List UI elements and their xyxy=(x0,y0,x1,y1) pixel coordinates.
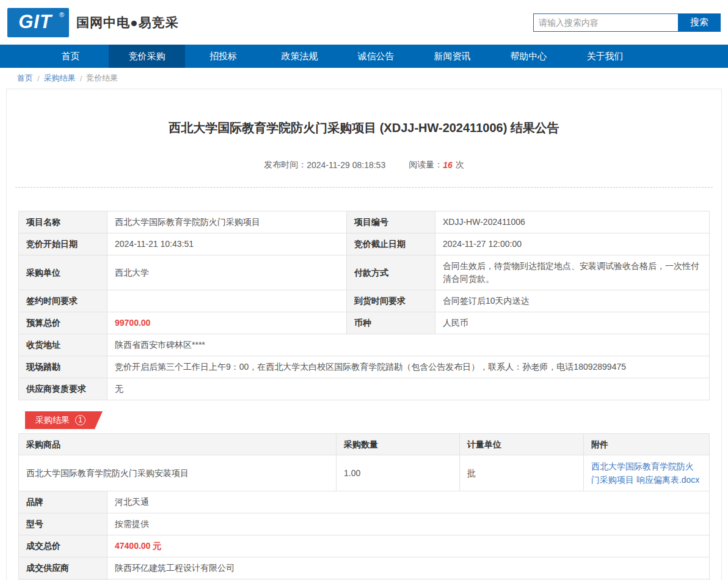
table-row: 现场踏勘 竞价开启后第三个工作日上午9：00，在西北大学太白校区国际教育学院踏勘… xyxy=(19,356,710,378)
info-label: 竞价截止日期 xyxy=(347,233,435,255)
info-label: 竞价开始日期 xyxy=(19,233,107,255)
column-header-attachment: 附件 xyxy=(584,434,710,455)
nav-item-integrity-notice[interactable]: 诚信公告 xyxy=(338,45,414,68)
detail-label: 型号 xyxy=(19,513,107,535)
column-header-product: 采购商品 xyxy=(19,434,337,455)
table-row: 项目名称 西北大学国际教育学院防火门采购项目 项目编号 XDJJ-HW-2024… xyxy=(19,211,710,233)
info-label: 现场踏勘 xyxy=(19,356,107,378)
info-value: 陕西省西安市碑林区**** xyxy=(107,334,710,356)
breadcrumb-purchase-results[interactable]: 采购结果 xyxy=(44,73,76,84)
info-label: 付款方式 xyxy=(347,255,435,290)
info-value: 西北大学国际教育学院防火门采购项目 xyxy=(107,211,347,233)
column-header-unit: 计量单位 xyxy=(460,434,584,455)
table-header-row: 采购商品 采购数量 计量单位 附件 xyxy=(19,434,710,455)
article-meta: 发布时间： 2024-11-29 08:18:53 阅读量： 16 次 xyxy=(7,160,721,171)
attachment-cell: 西北大学国际教育学院防火门采购项目 响应偏离表.docx xyxy=(584,455,710,491)
views-label: 阅读量： xyxy=(409,160,443,171)
publish-time-group: 发布时间： 2024-11-29 08:18:53 xyxy=(264,160,385,171)
registered-mark-icon: ® xyxy=(59,11,64,18)
budget-total-price: 99700.00 xyxy=(107,312,347,334)
product-unit: 批 xyxy=(460,455,584,491)
table-row: 竞价开始日期 2024-11-21 10:43:51 竞价截止日期 2024-1… xyxy=(19,233,710,255)
info-value: 合同生效后，待货物到达指定地点、安装调试验收合格后，一次性付清合同货款。 xyxy=(435,255,710,290)
info-label: 收货地址 xyxy=(19,334,107,356)
nav-item-policies[interactable]: 政策法规 xyxy=(261,45,338,68)
attachment-link[interactable]: 西北大学国际教育学院防火门采购项目 响应偏离表.docx xyxy=(591,461,699,485)
brand-value: 河北天通 xyxy=(107,491,710,513)
site-header: GIT ® 国网中电●易竞采 搜索 xyxy=(0,0,728,45)
info-label: 供应商资质要求 xyxy=(19,378,107,400)
info-label: 项目名称 xyxy=(19,211,107,233)
project-info-table: 项目名称 西北大学国际教育学院防火门采购项目 项目编号 XDJJ-HW-2024… xyxy=(18,211,710,400)
table-row: 成交总价 47400.00 元 xyxy=(19,535,710,557)
info-label: 到货时间要求 xyxy=(347,290,435,312)
info-label: 签约时间要求 xyxy=(19,290,107,312)
dashed-divider xyxy=(15,187,713,188)
info-value: 西北大学 xyxy=(107,255,347,290)
breadcrumb-separator: / xyxy=(37,74,40,83)
table-row: 型号 按需提供 xyxy=(19,513,710,535)
info-value: 无 xyxy=(107,378,710,400)
nav-item-about-us[interactable]: 关于我们 xyxy=(567,45,643,68)
views-group: 阅读量： 16 次 xyxy=(409,160,464,171)
nav-item-help-center[interactable]: 帮助中心 xyxy=(490,45,567,68)
purchase-result-badge-label: 采购结果 xyxy=(35,415,70,426)
info-value: 2024-11-27 12:00:00 xyxy=(435,233,710,255)
info-value: 2024-11-21 10:43:51 xyxy=(107,233,347,255)
breadcrumb-separator: / xyxy=(80,74,82,83)
table-row: 预算总价 99700.00 币种 人民币 xyxy=(19,312,710,334)
publish-time-label: 发布时间： xyxy=(264,160,307,171)
detail-label: 成交供应商 xyxy=(19,557,107,579)
table-row: 品牌 河北天通 xyxy=(19,491,710,513)
table-row: 西北大学国际教育学院防火门采购安装项目 1.00 批 西北大学国际教育学院防火门… xyxy=(19,455,710,491)
result-details-table: 品牌 河北天通 型号 按需提供 成交总价 47400.00 元 成交供应商 陕西… xyxy=(18,491,710,580)
info-label: 预算总价 xyxy=(19,312,107,334)
search-input[interactable] xyxy=(533,13,678,32)
publish-time-value: 2024-11-29 08:18:53 xyxy=(307,160,385,170)
views-count: 16 xyxy=(443,160,453,170)
logo-text: GIT xyxy=(18,8,58,36)
info-label: 项目编号 xyxy=(347,211,435,233)
info-label: 币种 xyxy=(347,312,435,334)
product-quantity: 1.00 xyxy=(337,455,460,491)
detail-label: 品牌 xyxy=(19,491,107,513)
nav-item-news[interactable]: 新闻资讯 xyxy=(414,45,490,68)
info-value xyxy=(107,290,347,312)
search-button[interactable]: 搜索 xyxy=(678,13,721,32)
page-title: 西北大学国际教育学院防火门采购项目 (XDJJ-HW-202411006) 结果… xyxy=(7,89,721,136)
site-name: 国网中电●易竞采 xyxy=(76,14,179,31)
search-area: 搜索 xyxy=(533,13,721,32)
table-row: 签约时间要求 到货时间要求 合同签订后10天内送达 xyxy=(19,290,710,312)
info-value: 竞价开启后第三个工作日上午9：00，在西北大学太白校区国际教育学院踏勘（包含公告… xyxy=(107,356,710,378)
model-value: 按需提供 xyxy=(107,513,710,535)
result-count-badge: 1 xyxy=(75,415,86,425)
nav-item-tender[interactable]: 招投标 xyxy=(185,45,261,68)
breadcrumb-current: 竞价结果 xyxy=(86,73,118,84)
table-row: 成交供应商 陕西环亿建筑工程设计有限公司 xyxy=(19,557,710,579)
views-unit: 次 xyxy=(456,160,464,171)
table-row: 采购单位 西北大学 付款方式 合同生效后，待货物到达指定地点、安装调试验收合格后… xyxy=(19,255,710,290)
breadcrumb: 首页 / 采购结果 / 竞价结果 xyxy=(0,68,728,89)
site-logo[interactable]: GIT ® xyxy=(7,8,69,37)
nav-item-home[interactable]: 首页 xyxy=(32,45,109,68)
breadcrumb-home[interactable]: 首页 xyxy=(17,73,33,84)
deal-total-price: 47400.00 元 xyxy=(107,535,710,557)
info-value: XDJJ-HW-202411006 xyxy=(435,211,710,233)
commodity-table: 采购商品 采购数量 计量单位 附件 西北大学国际教育学院防火门采购安装项目 1.… xyxy=(18,433,710,491)
main-nav: 首页 竞价采购 招投标 政策法规 诚信公告 新闻资讯 帮助中心 关于我们 xyxy=(0,45,728,68)
column-header-quantity: 采购数量 xyxy=(337,434,460,455)
detail-label: 成交总价 xyxy=(19,535,107,557)
product-name: 西北大学国际教育学院防火门采购安装项目 xyxy=(19,455,337,491)
purchase-result-badge: 采购结果 1 xyxy=(25,411,103,429)
table-row: 供应商资质要求 无 xyxy=(19,378,710,400)
winning-supplier: 陕西环亿建筑工程设计有限公司 xyxy=(107,557,710,579)
content-card: 西北大学国际教育学院防火门采购项目 (XDJJ-HW-202411006) 结果… xyxy=(6,89,722,580)
info-value: 合同签订后10天内送达 xyxy=(435,290,710,312)
table-row: 收货地址 陕西省西安市碑林区**** xyxy=(19,334,710,356)
info-value: 人民币 xyxy=(435,312,710,334)
nav-item-bidding-purchase[interactable]: 竞价采购 xyxy=(109,45,185,68)
info-label: 采购单位 xyxy=(19,255,107,290)
